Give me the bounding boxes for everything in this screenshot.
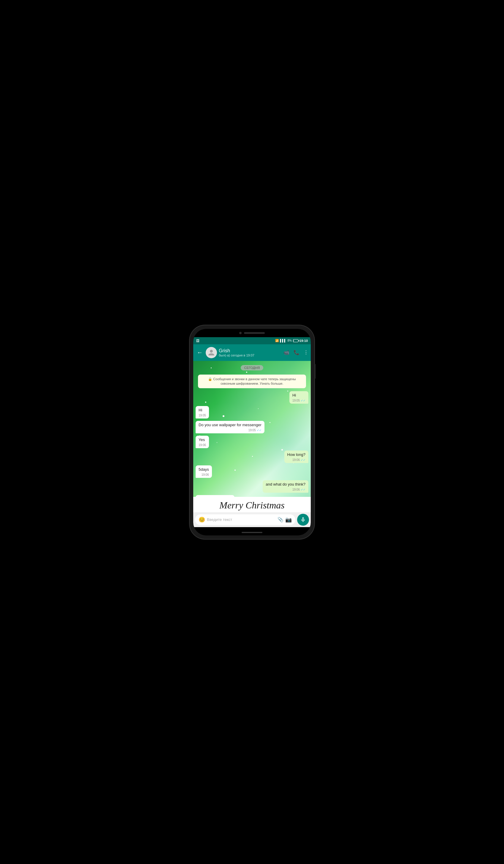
message-meta: 19:05 ✓✓ [199, 428, 262, 432]
message-bubble: and what do you think? 19:06 ✓✓ [263, 480, 308, 493]
message-text: How long? [287, 452, 305, 457]
date-badge: СЕГОДНЯ [241, 365, 263, 370]
contact-info[interactable]: Grish был(-а) сегодня в 19:07 [219, 348, 282, 357]
message-bubble: 5days 19:06 [196, 465, 212, 478]
signal-bars: ▌▌▌ [280, 339, 286, 342]
message-text: 5days [199, 467, 209, 472]
contact-status: был(-а) сегодня в 19:07 [219, 353, 282, 357]
camera-button[interactable]: 📷 [285, 516, 292, 523]
message-text: and what do you think? [266, 482, 305, 487]
more-options-button[interactable]: ⋮ [304, 350, 308, 355]
chat-area: СЕГОДНЯ 🔒 Сообщения и звонки в данном ча… [193, 361, 311, 497]
microphone-button[interactable] [297, 514, 309, 526]
message-time: 19:05 [249, 428, 256, 432]
message-row: 5days 19:06 [196, 465, 308, 478]
message-bubble: Hi 19:05 [196, 406, 209, 419]
message-bubble: Hi 19:05 ✓✓ [289, 391, 308, 404]
message-meta: 19:06 ✓✓ [266, 488, 305, 492]
message-text: Hi [199, 408, 202, 412]
message-text: Do you use wallpaper for messenger [199, 423, 262, 427]
message-time: 19:05 [199, 413, 206, 417]
message-row: I think it's cool app) 19:07 [196, 495, 308, 497]
message-ticks: ✓✓ [301, 458, 305, 462]
screen: 🖼 📶 ▌▌▌ 8% 19:10 ← [193, 337, 311, 527]
christmas-text: Merry Christmas [219, 500, 285, 511]
status-left: 🖼 [196, 339, 200, 343]
phone-screen: 🖼 📶 ▌▌▌ 8% 19:10 ← [193, 329, 311, 536]
battery-percent: 8% [287, 339, 291, 342]
message-bubble: Yes 19:06 [196, 436, 209, 448]
volume-button [314, 364, 315, 379]
back-button[interactable]: ← [196, 348, 204, 357]
contact-name: Grish [219, 348, 282, 353]
message-meta: 19:06 ✓✓ [287, 458, 305, 462]
user-icon [208, 349, 215, 356]
message-row: How long? 19:06 ✓✓ [196, 451, 308, 463]
emoji-button[interactable]: 😊 [199, 516, 205, 523]
message-time: 19:06 [292, 458, 300, 462]
attach-button[interactable]: 📎 [277, 517, 284, 523]
encryption-notice: 🔒 Сообщения и звонки в данном чате тепер… [198, 374, 306, 388]
message-ticks: ✓✓ [257, 428, 262, 432]
message-time: 19:05 [292, 399, 300, 403]
status-bar: 🖼 📶 ▌▌▌ 8% 19:10 [193, 337, 311, 344]
message-meta: 19:05 ✓✓ [292, 399, 305, 403]
battery-icon [293, 339, 298, 342]
message-text: Hi [292, 393, 296, 397]
phone-top-bar [193, 329, 311, 337]
message-ticks: ✓✓ [301, 399, 305, 403]
mic-icon [300, 517, 306, 523]
input-bar: 😊 Введите текст 📎 📷 [193, 512, 311, 527]
message-time: 19:06 [292, 488, 300, 492]
status-right: 📶 ▌▌▌ 8% 19:10 [275, 339, 308, 343]
phone-device: 🖼 📶 ▌▌▌ 8% 19:10 ← [190, 325, 314, 539]
phone-bottom-bar [242, 532, 262, 533]
voice-call-button[interactable]: 📞 [293, 350, 300, 355]
message-time: 19:06 [199, 443, 206, 447]
message-ticks: ✓✓ [301, 488, 305, 492]
message-row: Yes 19:06 [196, 436, 308, 448]
message-row: Hi 19:05 [196, 406, 308, 419]
status-time: 19:10 [300, 339, 308, 343]
app-header: ← Grish был(-а) сегодня в 19:07 📹 📞 ⋮ [193, 344, 311, 361]
message-bubble: I think it's cool app) 19:07 [196, 495, 235, 497]
wifi-icon: 📶 [275, 339, 279, 342]
message-row: Do you use wallpaper for messenger 19:05… [196, 421, 308, 433]
christmas-image: Merry Christmas [193, 497, 311, 512]
chat-content: СЕГОДНЯ 🔒 Сообщения и звонки в данном ча… [193, 361, 311, 497]
camera-dot [239, 332, 242, 334]
message-bubble: How long? 19:06 ✓✓ [284, 451, 308, 463]
message-time: 19:06 [202, 473, 209, 477]
avatar[interactable] [206, 347, 217, 358]
message-input-placeholder: Введите текст [207, 517, 276, 522]
message-bubble: Do you use wallpaper for messenger 19:05… [196, 421, 264, 433]
speaker-grille [244, 332, 265, 334]
header-icons: 📹 📞 ⋮ [284, 350, 308, 355]
message-meta: 19:06 [199, 473, 209, 477]
message-meta: 19:05 [199, 413, 206, 417]
message-meta: 19:06 [199, 443, 206, 447]
message-row: and what do you think? 19:06 ✓✓ [196, 480, 308, 493]
message-row: Hi 19:05 ✓✓ [196, 391, 308, 404]
message-text: Yes [199, 437, 205, 442]
notification-icon: 🖼 [196, 339, 200, 343]
video-call-button[interactable]: 📹 [284, 350, 289, 355]
message-input-container[interactable]: 😊 Введите текст 📎 📷 [195, 514, 295, 525]
